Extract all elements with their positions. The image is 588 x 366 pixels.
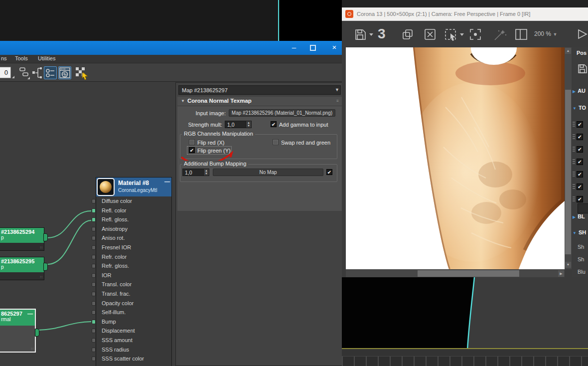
slot-input-socket[interactable] (92, 348, 96, 352)
bitmap-node-2138625295[interactable]: #2138625295 p ∷ (0, 257, 44, 280)
normal-node-2138625297[interactable]: 8625297 rmal — ∷ (0, 309, 36, 353)
operator-checkbox[interactable]: ✔ (577, 183, 583, 190)
tab-post[interactable]: Pos (577, 50, 587, 56)
drag-handle-icon[interactable] (573, 172, 575, 178)
map-selector-dropdown[interactable]: Map #2138625297 ▼ (178, 85, 341, 95)
material-slot-row[interactable]: IOR (96, 271, 171, 280)
operator-checkbox[interactable]: ✔ (577, 159, 583, 165)
node-collapse-button[interactable]: — (27, 311, 33, 317)
slot-input-socket[interactable] (92, 282, 96, 287)
material-slot-row[interactable]: Anisotropy (96, 224, 171, 234)
material-slot-row[interactable]: SSS scatter color (96, 354, 171, 364)
arrange-nodes-icon[interactable] (18, 66, 31, 79)
slot-input-socket[interactable] (92, 264, 96, 268)
zoom-level-dropdown[interactable]: 200 % ▼ (534, 30, 557, 37)
material-slot-row[interactable]: Diffuse color (96, 196, 171, 206)
drag-handle-icon[interactable] (573, 147, 575, 153)
rollout-sh[interactable]: ▼SH (573, 229, 586, 235)
material-thumbnail[interactable] (97, 178, 115, 196)
spinner-arrows-icon[interactable]: ▲▼ (203, 169, 209, 176)
material-slot-row[interactable]: Refr. color (96, 252, 171, 262)
rollout-au[interactable]: ▶AU (573, 88, 586, 94)
vscroll-thumb[interactable] (565, 90, 571, 254)
rollout-to[interactable]: ▼TO (573, 105, 586, 111)
render-canvas[interactable] (346, 47, 565, 269)
slot-input-socket[interactable] (92, 329, 96, 333)
material-slot-row[interactable]: Refl. color (96, 206, 171, 215)
material-slot-row[interactable]: Transl. color (96, 280, 171, 289)
close-button[interactable]: × (327, 42, 342, 53)
material-slot-row[interactable]: Refl. (96, 364, 171, 366)
bump-mult-spinner[interactable]: 1,0 ▲▼ (182, 169, 209, 176)
bump-map-button[interactable]: No Map (213, 169, 323, 176)
material-slot-row[interactable]: Displacement (96, 326, 171, 336)
node-resize-handle[interactable]: ∷ (40, 275, 43, 279)
material-slot-row[interactable]: Fresnel IOR (96, 243, 171, 252)
material-slot-row[interactable]: SSS radius (96, 345, 171, 355)
material-slot-row[interactable]: Aniso rot. (96, 233, 171, 243)
material-preview-toggle[interactable] (58, 66, 71, 79)
rollout-corona-normal-texmap[interactable]: ▼ Corona Normal Texmap ≡ (177, 97, 342, 106)
drag-handle-icon[interactable] (573, 184, 575, 190)
add-gamma-checkbox[interactable]: ✔ (271, 121, 277, 127)
bitmap-node-2138625294[interactable]: #2138625294 p ∷ (0, 227, 44, 251)
slot-input-socket[interactable] (92, 217, 96, 222)
vfb-vertical-scrollbar[interactable]: ▲ ▼ (565, 47, 572, 269)
viewport-bottom[interactable] (342, 277, 588, 366)
material-slot-row[interactable]: Bump (96, 317, 171, 327)
node-view[interactable]: #2138625294 p ∷ #2138625295 p ∷ 8625297 (0, 82, 175, 366)
slot-input-socket[interactable] (92, 338, 96, 343)
spinner-dropdown-icon[interactable] (12, 76, 14, 78)
slot-input-socket[interactable] (92, 310, 96, 315)
slot-input-socket[interactable] (92, 208, 96, 213)
material-slot-row[interactable]: Opacity color (96, 299, 171, 308)
operator-checkbox[interactable]: ✔ (577, 171, 583, 178)
menu-item-tools[interactable]: Tools (15, 55, 28, 61)
scroll-right-icon[interactable]: ▶ (558, 270, 564, 277)
operator-checkbox[interactable]: ✔ (577, 196, 583, 202)
hierarchy-bracket-icon[interactable] (31, 66, 44, 79)
spinner-arrows-icon[interactable]: ▲▼ (246, 121, 251, 128)
material-slot-row[interactable]: Refl. gloss. (96, 215, 171, 224)
hscroll-thumb[interactable] (418, 270, 519, 277)
material-slot-row[interactable]: Transl. frac. (96, 289, 171, 299)
strength-mult-spinner[interactable]: 1,0 ▲▼ (225, 121, 252, 128)
operator-checkbox[interactable]: ✔ (577, 146, 583, 153)
slot-input-socket[interactable] (92, 255, 96, 259)
scroll-up-icon[interactable]: ▲ (565, 48, 571, 54)
slot-input-socket[interactable] (92, 301, 96, 306)
minimize-button[interactable]: – (287, 42, 301, 53)
node-output-socket[interactable] (35, 329, 39, 337)
show-controls-toggle[interactable] (44, 66, 57, 79)
drag-handle-icon[interactable] (573, 134, 575, 140)
timeline-track-bar[interactable] (342, 356, 588, 366)
material-node-header[interactable]: Material #8 CoronaLegacyMtl — (96, 178, 171, 196)
slot-input-socket[interactable] (92, 320, 96, 324)
slot-input-socket[interactable] (92, 357, 96, 361)
drag-handle-icon[interactable] (573, 196, 575, 202)
menu-item-cut[interactable]: ns (1, 55, 7, 61)
operator-value-field[interactable] (578, 203, 588, 213)
operator-checkbox[interactable]: ✔ (577, 121, 583, 128)
drag-handle-icon[interactable] (573, 159, 575, 165)
material-slot-row[interactable]: Self-illum. (96, 308, 171, 317)
flip-green-checkbox[interactable]: ✔ (189, 147, 195, 153)
material-slot-row[interactable]: SSS amount (96, 336, 171, 345)
scroll-down-icon[interactable]: ▼ (565, 262, 571, 268)
rollout-bl[interactable]: ▶BL (573, 213, 585, 219)
vfb-horizontal-scrollbar[interactable]: ▶ (346, 270, 565, 277)
slot-input-socket[interactable] (92, 236, 96, 240)
node-output-socket[interactable] (43, 263, 48, 271)
slot-input-socket[interactable] (92, 273, 96, 278)
slot-input-socket[interactable] (92, 245, 96, 250)
input-image-button[interactable]: Map #2138625296 (Material_01_Normal.png) (229, 109, 335, 117)
maximize-button[interactable] (306, 42, 321, 53)
node-resize-handle[interactable]: ∷ (40, 246, 43, 250)
node-output-socket[interactable] (43, 233, 48, 241)
flip-red-checkbox[interactable] (189, 139, 195, 145)
node-resize-handle[interactable]: ∷ (31, 347, 34, 351)
slot-input-socket[interactable] (92, 227, 96, 231)
swap-red-green-checkbox[interactable] (273, 139, 279, 145)
editor-titlebar[interactable]: – × (0, 41, 344, 55)
slot-input-socket[interactable] (92, 292, 96, 296)
